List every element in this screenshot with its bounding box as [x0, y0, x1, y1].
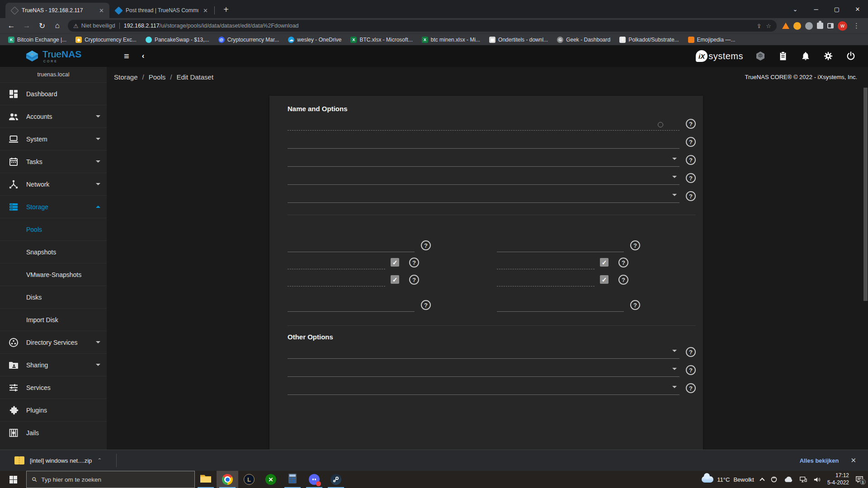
- inherit-checkbox[interactable]: ✓: [600, 275, 609, 284]
- select-field[interactable]: [288, 370, 679, 377]
- truenas-logo[interactable]: TrueNAS CORE: [0, 49, 107, 63]
- taskbar-clock[interactable]: 17:12 5-4-2022: [827, 472, 849, 486]
- help-icon[interactable]: ?: [686, 383, 696, 393]
- bookmark-item[interactable]: PancakeSwap - $13,...: [142, 36, 213, 44]
- text-field[interactable]: [497, 305, 624, 312]
- collapse-chevron-icon[interactable]: ‹: [142, 52, 145, 61]
- bookmark-item[interactable]: Xbtc minen.xlsx - Mi...: [418, 36, 484, 44]
- jobs-clipboard-icon[interactable]: [778, 51, 788, 61]
- sidebar-item-sharing[interactable]: Sharing: [0, 353, 107, 376]
- help-icon[interactable]: ?: [409, 275, 419, 285]
- select-field[interactable]: [288, 178, 679, 185]
- taskbar-app-league-of-legends[interactable]: L: [238, 471, 260, 488]
- tab-close-icon[interactable]: ✕: [202, 7, 209, 14]
- tab-close-icon[interactable]: ✕: [98, 7, 105, 14]
- bookmark-item[interactable]: Emojipedia —...: [684, 36, 739, 44]
- extension-icon[interactable]: [793, 22, 801, 30]
- taskbar-search[interactable]: ⚲ Typ hier om te zoeken: [26, 471, 195, 488]
- text-field[interactable]: [288, 123, 679, 131]
- address-bar[interactable]: ⚠ Niet beveiligd 192.168.2.117 /ui/stora…: [68, 20, 777, 32]
- dropdown-caret-icon[interactable]: [672, 194, 677, 196]
- browser-tab-forum[interactable]: Post thread | TrueNAS Communit ✕: [109, 3, 213, 18]
- help-icon[interactable]: ?: [686, 191, 696, 201]
- text-field[interactable]: [497, 245, 624, 252]
- close-shelf-icon[interactable]: ✕: [850, 456, 860, 465]
- content-scrollbar[interactable]: [863, 88, 868, 301]
- text-field[interactable]: [288, 279, 385, 286]
- browser-tab-truenas[interactable]: TrueNAS - 192.168.2.117 ✕: [5, 3, 109, 18]
- sidebar-item-tasks[interactable]: Tasks: [0, 150, 107, 173]
- inherit-checkbox[interactable]: ✓: [391, 258, 399, 267]
- back-button[interactable]: ←: [5, 19, 18, 32]
- notifications-bell-icon[interactable]: [800, 51, 811, 61]
- bookmark-item[interactable]: KBitcoin Exchange |...: [5, 36, 70, 44]
- bookmark-item[interactable]: ◆Cryptocurrency Exc...: [72, 36, 140, 44]
- tab-search-chevron-icon[interactable]: ⌄: [785, 0, 806, 18]
- teams-tray-icon[interactable]: [770, 476, 778, 483]
- sidebar-item-jails[interactable]: Jails: [0, 421, 107, 444]
- profile-avatar[interactable]: w: [838, 21, 847, 31]
- breadcrumb-pools[interactable]: Pools: [149, 73, 166, 81]
- help-icon[interactable]: ?: [686, 173, 696, 183]
- sidebar-item-services[interactable]: Services: [0, 376, 107, 399]
- taskbar-app-calculator[interactable]: [282, 471, 303, 488]
- sidebar-item-import-disk[interactable]: Import Disk: [0, 308, 107, 331]
- bookmark-item[interactable]: XBTC.xlsx - Microsoft...: [347, 36, 416, 44]
- select-field[interactable]: [288, 160, 679, 167]
- help-icon[interactable]: ?: [686, 119, 696, 129]
- action-center-icon[interactable]: 1: [855, 476, 863, 483]
- window-minimize-button[interactable]: ─: [806, 0, 826, 18]
- select-field[interactable]: [288, 388, 679, 395]
- start-button[interactable]: [0, 471, 26, 488]
- onedrive-tray-icon[interactable]: [784, 476, 793, 483]
- truecommand-icon[interactable]: [755, 51, 766, 61]
- inherit-checkbox[interactable]: ✓: [391, 275, 399, 284]
- help-icon[interactable]: ?: [421, 300, 431, 310]
- bookmark-star-icon[interactable]: ☆: [766, 23, 771, 29]
- browser-menu-icon[interactable]: ⋮: [853, 22, 860, 30]
- not-secure-warning-icon[interactable]: ⚠: [73, 23, 79, 29]
- breadcrumb-storage[interactable]: Storage: [114, 73, 138, 81]
- select-field[interactable]: [288, 352, 679, 359]
- help-icon[interactable]: ?: [686, 365, 696, 375]
- text-field[interactable]: [288, 245, 415, 252]
- weather-widget[interactable]: 11°C Bewolkt: [702, 476, 754, 483]
- bookmark-item[interactable]: ▦Ondertitels - downl...: [486, 36, 552, 44]
- sidebar-item-vmware-snapshots[interactable]: VMware-Snapshots: [0, 263, 107, 286]
- text-field[interactable]: [288, 141, 679, 149]
- help-icon[interactable]: ?: [630, 300, 640, 310]
- help-icon[interactable]: ?: [686, 155, 696, 165]
- taskbar-app-discord[interactable]: [303, 471, 325, 488]
- home-button[interactable]: ⌂: [51, 19, 64, 32]
- taskbar-app-xbox[interactable]: ✕: [260, 471, 282, 488]
- sidebar-item-plugins[interactable]: Plugins: [0, 399, 107, 421]
- dropdown-caret-icon[interactable]: [672, 368, 677, 370]
- help-icon[interactable]: ?: [421, 240, 431, 250]
- sidebar-item-snapshots[interactable]: Snapshots: [0, 240, 107, 263]
- sidebar-item-pools[interactable]: Pools: [0, 218, 107, 240]
- bookmark-item[interactable]: ☁wesley - OneDrive: [284, 36, 345, 44]
- inherit-checkbox[interactable]: ✓: [600, 258, 609, 267]
- help-icon[interactable]: ?: [618, 275, 628, 285]
- dropdown-caret-icon[interactable]: [672, 350, 677, 352]
- taskbar-app-chrome[interactable]: [217, 471, 238, 488]
- taskbar-app-steam[interactable]: [325, 471, 347, 488]
- sidebar-item-storage[interactable]: Storage: [0, 195, 107, 218]
- bookmark-item[interactable]: ⠿Polkadot/Substrate...: [616, 36, 682, 44]
- text-field[interactable]: [497, 279, 594, 286]
- text-field[interactable]: [497, 262, 594, 269]
- sidebar-item-system[interactable]: System: [0, 127, 107, 150]
- dropdown-caret-icon[interactable]: [672, 386, 677, 388]
- help-icon[interactable]: ?: [630, 240, 640, 250]
- extension-icon[interactable]: [805, 22, 813, 30]
- show-all-downloads-button[interactable]: Alles bekijken: [800, 457, 839, 464]
- reload-button[interactable]: ↻: [36, 19, 48, 32]
- help-icon[interactable]: ?: [409, 258, 419, 267]
- power-icon[interactable]: [845, 51, 856, 61]
- help-icon[interactable]: ?: [686, 137, 696, 147]
- taskbar-app-file-explorer[interactable]: [195, 471, 217, 488]
- help-icon[interactable]: ?: [686, 347, 696, 357]
- share-icon[interactable]: ⇪: [756, 23, 761, 29]
- dropdown-caret-icon[interactable]: [672, 158, 677, 160]
- extensions-puzzle-icon[interactable]: [817, 23, 823, 29]
